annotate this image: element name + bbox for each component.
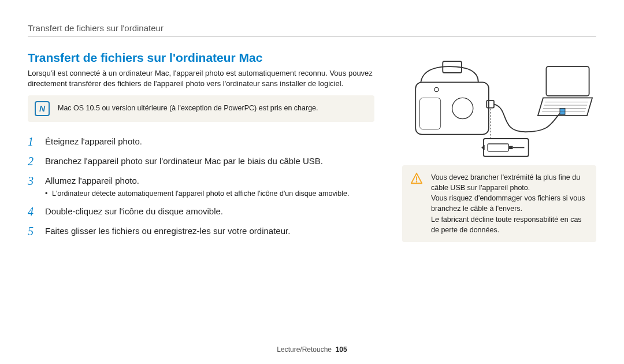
step-text: Éteignez l'appareil photo. [45, 135, 142, 147]
footer-page-number: 105 [336, 346, 347, 354]
footer-section: Lecture/Retouche [277, 346, 332, 354]
info-note-text: Mac OS 10.5 ou version ultérieure (à l'e… [58, 103, 318, 114]
info-note-icon: N [35, 101, 50, 116]
warning-note-box: Vous devez brancher l'extrémité la plus … [402, 165, 596, 242]
svg-rect-14 [508, 146, 512, 149]
step-number: 1 [28, 135, 37, 148]
footer: Lecture/Retouche 105 [0, 346, 624, 354]
info-note-box: N Mac OS 10.5 ou version ultérieure (à l… [28, 95, 374, 122]
intro-text: Lorsqu'il est connecté à un ordinateur M… [28, 68, 374, 88]
step-text: Allumez l'appareil photo. [45, 176, 139, 185]
svg-point-3 [452, 98, 473, 118]
step-list: 1 Éteignez l'appareil photo. 2 Branchez … [28, 135, 374, 238]
step-number: 2 [28, 154, 37, 168]
breadcrumb: Transfert de fichiers sur l'ordinateur [28, 23, 596, 37]
page-title: Transfert de fichiers sur l'ordinateur M… [28, 51, 374, 65]
page: Transfert de fichiers sur l'ordinateur T… [0, 0, 624, 364]
svg-rect-5 [486, 101, 494, 108]
svg-point-4 [434, 87, 439, 91]
step-text-with-sub: Allumez l'appareil photo. L'ordinateur d… [45, 174, 350, 199]
step-4: 4 Double-cliquez sur l'icône du disque a… [28, 205, 374, 218]
step-text: Double-cliquez sur l'icône du disque amo… [45, 205, 223, 217]
step-number: 5 [28, 224, 37, 238]
warning-icon [410, 172, 423, 185]
step-text: Branchez l'appareil photo sur l'ordinate… [45, 154, 323, 167]
svg-point-20 [416, 181, 417, 182]
warning-line-1: Vous devez brancher l'extrémité la plus … [431, 172, 588, 193]
step-5: 5 Faites glisser les fichiers ou enregis… [28, 224, 374, 238]
step-2: 2 Branchez l'appareil photo sur l'ordina… [28, 154, 374, 168]
svg-rect-7 [546, 66, 589, 96]
warning-line-3: Le fabricant décline toute responsabilit… [431, 214, 588, 235]
step-text: Faites glisser les fichiers ou enregistr… [45, 224, 290, 237]
content-columns: Transfert de fichiers sur l'ordinateur M… [28, 51, 596, 244]
step-number: 4 [28, 205, 37, 218]
svg-rect-2 [419, 98, 440, 129]
step-1: 1 Éteignez l'appareil photo. [28, 135, 374, 148]
left-column: Transfert de fichiers sur l'ordinateur M… [28, 51, 374, 244]
warning-text: Vous devez brancher l'extrémité la plus … [431, 172, 588, 235]
step-number: 3 [28, 174, 37, 188]
warning-line-2: Vous risquez d'endommager vos fichiers s… [431, 193, 588, 214]
right-column: Vous devez brancher l'extrémité la plus … [402, 51, 596, 244]
illustration-svg [402, 51, 596, 161]
step-substep: L'ordinateur détecte automatiquement l'a… [45, 189, 350, 199]
step-3: 3 Allumez l'appareil photo. L'ordinateur… [28, 174, 374, 199]
camera-laptop-illustration [402, 51, 596, 161]
